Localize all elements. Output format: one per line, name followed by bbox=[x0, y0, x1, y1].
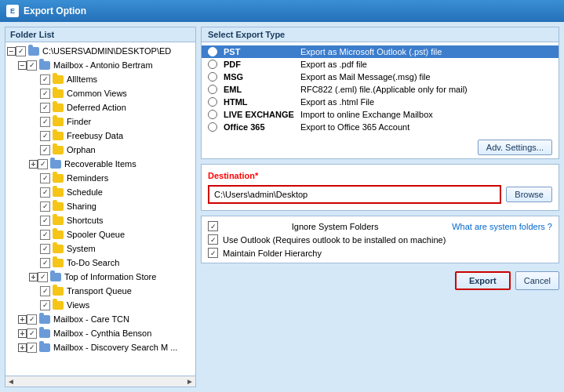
export-option-msg[interactable]: MSGExport as Mail Message(.msg) file bbox=[202, 71, 559, 83]
folder-icon-recoverable bbox=[49, 159, 62, 169]
tree-label-reminders: Reminders bbox=[67, 173, 108, 183]
tree-item-sharing[interactable]: Sharing bbox=[5, 199, 195, 213]
tree-item-mailbox-discovery[interactable]: +Mailbox - Discovery Search M ... bbox=[5, 340, 195, 354]
checkbox-transport[interactable] bbox=[40, 286, 50, 296]
tree-label-views: Views bbox=[67, 300, 89, 310]
tree-item-mailbox-antonio[interactable]: −Mailbox - Antonio Bertram bbox=[5, 58, 195, 72]
tree-item-reminders[interactable]: Reminders bbox=[5, 171, 195, 185]
export-type-label-pst: PST bbox=[224, 47, 294, 56]
expander-mailbox-discovery[interactable]: + bbox=[18, 343, 27, 352]
export-option-eml[interactable]: EMLRFC822 (.eml) file.(Applicable only f… bbox=[202, 83, 559, 96]
expander-mailbox-antonio[interactable]: − bbox=[18, 61, 27, 70]
expander-system bbox=[29, 243, 40, 254]
tree-item-orphan[interactable]: Orphan bbox=[5, 143, 195, 157]
checkbox-reminders[interactable] bbox=[40, 173, 50, 183]
tree-item-recoverable[interactable]: +Recoverable Items bbox=[5, 157, 195, 171]
checkbox-orphan[interactable] bbox=[40, 145, 50, 155]
checkbox-mailbox-care[interactable] bbox=[27, 314, 37, 325]
checkbox-allitems[interactable] bbox=[40, 74, 50, 85]
tree-item-mailbox-care[interactable]: +Mailbox - Care TCN bbox=[5, 312, 195, 326]
checkbox-common-views[interactable] bbox=[40, 89, 50, 99]
export-option-office365[interactable]: Office 365Export to Office 365 Account bbox=[202, 121, 559, 133]
folder-icon-mailbox-antonio bbox=[38, 60, 51, 71]
option-row-ignore-sys[interactable]: Ignore System FoldersWhat are system fol… bbox=[208, 221, 552, 231]
checkbox-todo[interactable] bbox=[40, 258, 50, 268]
expander-finder bbox=[29, 116, 40, 127]
browse-button[interactable]: Browse bbox=[506, 187, 552, 202]
checkbox-mailbox-antonio[interactable] bbox=[27, 60, 37, 71]
option-row-maintain-hierarchy[interactable]: Maintain Folder Hierarchy bbox=[208, 248, 552, 258]
tree-item-mailbox-cynthia[interactable]: +Mailbox - Cynthia Benson bbox=[5, 326, 195, 340]
opt-checkbox-maintain-hierarchy[interactable] bbox=[208, 248, 218, 258]
radio-eml bbox=[208, 85, 217, 94]
scroll-left-icon[interactable]: ◄ bbox=[7, 377, 15, 386]
export-option-live-exchange[interactable]: LIVE EXCHANGEImport to online Exchange M… bbox=[202, 108, 559, 121]
right-panel: Select Export Type PSTExport as Microsof… bbox=[201, 27, 559, 387]
scroll-bar[interactable]: ◄ ► bbox=[5, 376, 195, 387]
checkbox-top-info[interactable] bbox=[38, 272, 48, 282]
tree-item-deferred-action[interactable]: Deferred Action bbox=[5, 100, 195, 114]
checkbox-shortcuts[interactable] bbox=[40, 216, 50, 226]
tree-label-deferred-action: Deferred Action bbox=[67, 103, 126, 112]
tree-item-spooler[interactable]: Spooler Queue bbox=[5, 227, 195, 241]
tree-item-root[interactable]: −C:\USERS\ADMIN\DESKTOP\ED bbox=[5, 44, 195, 58]
export-option-html[interactable]: HTMLExport as .html File bbox=[202, 96, 559, 108]
export-desc-eml: RFC822 (.eml) file.(Applicable only for … bbox=[300, 85, 468, 94]
export-button[interactable]: Export bbox=[455, 271, 511, 290]
adv-settings-button[interactable]: Adv. Settings... bbox=[478, 140, 552, 155]
checkbox-freebusy[interactable] bbox=[40, 131, 50, 141]
tree-item-transport[interactable]: Transport Queue bbox=[5, 284, 195, 298]
scroll-right-icon[interactable]: ► bbox=[186, 377, 194, 386]
expander-top-info[interactable]: + bbox=[29, 273, 38, 281]
expander-recoverable[interactable]: + bbox=[29, 160, 38, 169]
checkbox-spooler[interactable] bbox=[40, 230, 50, 240]
expander-transport bbox=[29, 285, 40, 296]
tree-item-todo[interactable]: To-Do Search bbox=[5, 256, 195, 270]
tree-item-common-views[interactable]: Common Views bbox=[5, 86, 195, 100]
folder-icon-transport bbox=[52, 286, 64, 296]
cancel-button[interactable]: Cancel bbox=[515, 271, 559, 290]
checkbox-system[interactable] bbox=[40, 244, 50, 254]
expander-orphan bbox=[29, 144, 40, 155]
checkbox-finder[interactable] bbox=[40, 117, 50, 127]
checkbox-schedule[interactable] bbox=[40, 187, 50, 198]
tree-item-allitems[interactable]: AllItems bbox=[5, 72, 195, 86]
expander-mailbox-care[interactable]: + bbox=[18, 315, 27, 324]
checkbox-sharing[interactable] bbox=[40, 201, 50, 212]
tree-item-views[interactable]: Views bbox=[5, 298, 195, 312]
tree-item-finder[interactable]: Finder bbox=[5, 114, 195, 129]
export-option-pst[interactable]: PSTExport as Microsoft Outlook (.pst) fi… bbox=[202, 45, 559, 58]
tree-label-system: System bbox=[67, 244, 96, 253]
tree-item-top-info[interactable]: +Top of Information Store bbox=[5, 270, 195, 284]
expander-root[interactable]: − bbox=[7, 47, 16, 56]
tree-item-schedule[interactable]: Schedule bbox=[5, 185, 195, 199]
export-option-pdf[interactable]: PDFExport as .pdf file bbox=[202, 58, 559, 71]
expander-mailbox-cynthia[interactable]: + bbox=[18, 329, 27, 338]
expander-shortcuts bbox=[29, 215, 40, 226]
option-row-use-outlook[interactable]: Use Outlook (Requires outlook to be inst… bbox=[208, 234, 552, 245]
tree-item-freebusy[interactable]: Freebusy Data bbox=[5, 129, 195, 143]
export-desc-msg: Export as Mail Message(.msg) file bbox=[300, 72, 431, 82]
opt-checkbox-use-outlook[interactable] bbox=[208, 234, 218, 245]
checkbox-deferred-action[interactable] bbox=[40, 103, 50, 113]
destination-row: Browse bbox=[208, 185, 552, 204]
checkbox-mailbox-cynthia[interactable] bbox=[27, 328, 37, 339]
checkbox-views[interactable] bbox=[40, 300, 50, 310]
tree-label-mailbox-discovery: Mailbox - Discovery Search M ... bbox=[53, 343, 177, 352]
checkbox-mailbox-discovery[interactable] bbox=[27, 343, 37, 353]
export-type-section: Select Export Type PSTExport as Microsof… bbox=[201, 27, 559, 159]
folder-icon-orphan bbox=[52, 145, 64, 155]
destination-input[interactable] bbox=[208, 185, 501, 204]
what-are-system-folders-link[interactable]: What are system folders ? bbox=[452, 222, 552, 231]
tree-label-top-info: Top of Information Store bbox=[64, 272, 156, 281]
tree-item-system[interactable]: System bbox=[5, 241, 195, 256]
tree-label-freebusy: Freebusy Data bbox=[67, 131, 123, 140]
checkbox-recoverable[interactable] bbox=[38, 159, 48, 169]
tree-label-schedule: Schedule bbox=[67, 187, 103, 197]
expander-freebusy bbox=[29, 130, 40, 141]
tree-item-shortcuts[interactable]: Shortcuts bbox=[5, 213, 195, 227]
opt-checkbox-ignore-sys[interactable] bbox=[208, 221, 218, 231]
tree-label-recoverable: Recoverable Items bbox=[64, 159, 136, 169]
adv-settings-row: Adv. Settings... bbox=[202, 136, 559, 158]
checkbox-root[interactable] bbox=[16, 46, 26, 56]
